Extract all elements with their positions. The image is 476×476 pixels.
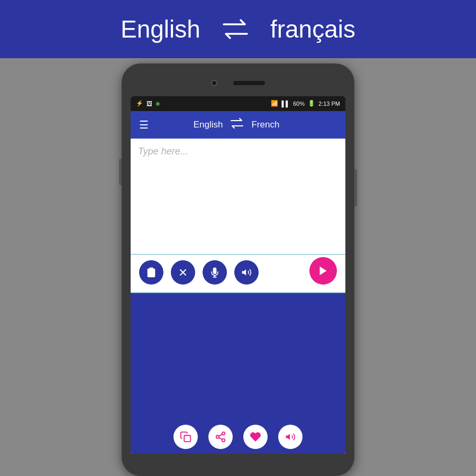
status-left-icons: ⚡ 🖼 ◉ [136, 100, 160, 107]
earpiece [233, 81, 265, 85]
action-buttons-row [131, 255, 345, 293]
speaker-input-button[interactable] [234, 260, 259, 285]
screenshot-icon: 🖼 [147, 100, 152, 107]
nfc-icon: ◉ [155, 100, 160, 106]
volume-button [119, 159, 122, 185]
app-toolbar: ☰ English French [131, 111, 345, 139]
favorite-result-button[interactable] [243, 425, 268, 449]
phone-frame: ⚡ 🖼 ◉ 📶 ▌▌ 60% 🔋 2:13 PM ☰ English [122, 63, 354, 476]
svg-point-10 [222, 439, 225, 442]
toolbar-target-lang[interactable]: French [251, 120, 279, 130]
header-source-lang: English [121, 15, 200, 43]
svg-marker-13 [286, 434, 290, 440]
wifi-icon: 📶 [271, 100, 278, 107]
front-camera [211, 80, 217, 86]
send-button[interactable] [309, 257, 337, 285]
menu-icon[interactable]: ☰ [139, 118, 149, 131]
svg-marker-5 [242, 269, 246, 276]
input-area[interactable]: Type here... [131, 139, 345, 255]
header-swap-icon[interactable] [222, 18, 249, 40]
toolbar-lang-group: English French [194, 118, 280, 131]
svg-rect-0 [149, 268, 153, 270]
svg-line-11 [219, 438, 222, 440]
svg-rect-7 [184, 435, 190, 442]
svg-marker-6 [320, 266, 327, 275]
phone-bottom-bezel [126, 454, 350, 470]
header-target-lang: français [270, 15, 355, 43]
status-right-icons: 📶 ▌▌ 60% 🔋 2:13 PM [271, 100, 340, 107]
bottom-buttons-row [131, 420, 345, 454]
battery-icon: 🔋 [308, 100, 315, 107]
clear-button[interactable] [171, 260, 195, 285]
top-header: English français [0, 0, 476, 58]
translation-output-area [131, 293, 345, 420]
input-placeholder: Type here... [138, 146, 188, 157]
share-result-button[interactable] [208, 425, 233, 449]
power-button [354, 169, 357, 206]
clipboard-button[interactable] [139, 260, 163, 285]
microphone-button[interactable] [203, 260, 227, 285]
svg-point-8 [222, 432, 225, 435]
toolbar-swap-icon[interactable] [230, 118, 244, 131]
svg-point-9 [216, 435, 219, 438]
svg-line-12 [219, 434, 222, 436]
status-bar: ⚡ 🖼 ◉ 📶 ▌▌ 60% 🔋 2:13 PM [131, 96, 345, 111]
battery-percent: 60% [293, 100, 305, 107]
usb-icon: ⚡ [136, 100, 143, 107]
signal-icon: ▌▌ [281, 100, 290, 107]
phone-screen: ⚡ 🖼 ◉ 📶 ▌▌ 60% 🔋 2:13 PM ☰ English [131, 96, 345, 454]
toolbar-source-lang[interactable]: English [194, 120, 223, 130]
listen-result-button[interactable] [278, 425, 303, 449]
copy-result-button[interactable] [173, 425, 198, 449]
phone-top-bezel [126, 70, 350, 96]
time-display: 2:13 PM [318, 100, 340, 107]
